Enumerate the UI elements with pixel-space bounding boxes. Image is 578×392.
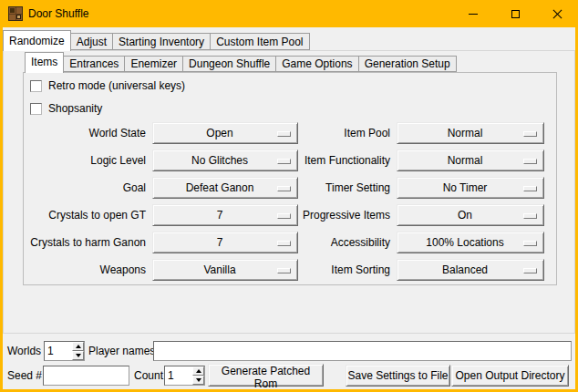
item-functionality-dropdown[interactable]: Normal <box>397 150 544 171</box>
progressive-items-label: Progressive Items <box>269 204 390 226</box>
tab-game-options[interactable]: Game Options <box>275 56 358 72</box>
save-settings-button[interactable]: Save Settings to File <box>346 365 450 387</box>
dropdown-indicator-icon <box>523 186 537 191</box>
close-icon <box>552 9 563 19</box>
item-pool-value: Normal <box>397 123 543 143</box>
checkbox-retro-mode[interactable]: Retro mode (universal keys) <box>30 79 185 92</box>
tab-dungeon-shuffle[interactable]: Dungeon Shuffle <box>182 56 276 72</box>
dropdown-indicator-icon <box>523 131 537 137</box>
titlebar: Door Shuffle <box>0 0 578 27</box>
item-functionality-value: Normal <box>397 150 543 170</box>
worlds-label: Worlds <box>7 341 41 361</box>
dropdown-indicator-icon <box>523 159 537 164</box>
maximize-button[interactable] <box>494 0 536 27</box>
item-pool-dropdown[interactable]: Normal <box>397 122 544 144</box>
arrow-up-icon <box>196 369 201 373</box>
window-title: Door Shuffle <box>28 0 89 27</box>
world-state-label: World State <box>16 122 146 144</box>
spin-down-button[interactable] <box>192 376 204 385</box>
seed-input[interactable] <box>43 366 129 386</box>
crystals-open-gt-label: Crystals to open GT <box>16 204 146 226</box>
timer-setting-dropdown[interactable]: No Timer <box>397 177 544 199</box>
count-spin-buttons <box>192 366 204 385</box>
logic-level-label: Logic Level <box>16 150 146 171</box>
tab-enemizer[interactable]: Enemizer <box>124 56 183 72</box>
goal-label: Goal <box>16 177 146 199</box>
checkbox-retro-mode-label: Retro mode (universal keys) <box>48 79 185 92</box>
progressive-items-value: On <box>397 205 543 225</box>
dropdown-indicator-icon <box>523 268 537 273</box>
tab-items[interactable]: Items <box>25 52 64 73</box>
checkbox-shopsanity[interactable]: Shopsanity <box>30 102 102 115</box>
spin-up-button[interactable] <box>72 342 84 351</box>
timer-setting-label: Timer Setting <box>269 177 390 199</box>
timer-setting-value: No Timer <box>397 178 543 198</box>
arrow-down-icon <box>196 378 201 382</box>
item-functionality-label: Item Functionality <box>269 150 390 171</box>
progressive-items-dropdown[interactable]: On <box>397 204 544 226</box>
spin-down-button[interactable] <box>72 351 84 360</box>
item-sorting-dropdown[interactable]: Balanced <box>397 259 544 281</box>
item-pool-label: Item Pool <box>269 122 390 144</box>
outer-tab-bar: Randomize Adjust Starting Inventory Cust… <box>3 29 309 50</box>
accessibility-label: Accessibility <box>269 232 390 253</box>
arrow-up-icon <box>76 345 81 348</box>
open-output-directory-button[interactable]: Open Output Directory <box>451 365 569 387</box>
door-icon <box>8 6 23 21</box>
checkbox-unchecked-icon <box>30 103 42 115</box>
worlds-spinbox <box>44 341 85 361</box>
tab-starting-inventory[interactable]: Starting Inventory <box>112 33 211 50</box>
door-shuffle-window: Door Shuffle Randomize Adjust Starting I… <box>0 0 578 392</box>
checkbox-unchecked-icon <box>30 80 42 92</box>
worlds-spin-buttons <box>72 342 84 360</box>
seed-label: Seed # <box>7 366 42 386</box>
tab-custom-item-pool[interactable]: Custom Item Pool <box>210 33 309 50</box>
checkbox-shopsanity-label: Shopsanity <box>48 102 102 115</box>
accessibility-dropdown[interactable]: 100% Locations <box>397 232 544 253</box>
worlds-input[interactable] <box>45 342 72 360</box>
item-sorting-value: Balanced <box>397 260 543 280</box>
count-input[interactable] <box>165 366 192 385</box>
generate-patched-rom-button[interactable]: Generate Patched Rom <box>208 364 324 387</box>
close-button[interactable] <box>536 0 578 27</box>
count-label: Count <box>134 366 163 386</box>
tab-entrances[interactable]: Entrances <box>63 56 125 72</box>
count-spinbox <box>164 366 205 386</box>
spin-up-button[interactable] <box>192 366 204 376</box>
minimize-button[interactable] <box>452 0 494 27</box>
tab-adjust[interactable]: Adjust <box>70 33 113 50</box>
maximize-icon <box>511 10 520 18</box>
inner-tab-bar: Items Entrances Enemizer Dungeon Shuffle… <box>25 52 456 72</box>
arrow-down-icon <box>76 354 81 357</box>
minimize-icon <box>469 14 478 15</box>
crystals-harm-ganon-label: Crystals to harm Ganon <box>16 232 146 253</box>
caption-buttons <box>452 0 578 27</box>
tab-randomize[interactable]: Randomize <box>3 30 71 51</box>
dropdown-indicator-icon <box>523 213 537 219</box>
item-sorting-label: Item Sorting <box>269 259 390 281</box>
weapons-label: Weapons <box>16 259 146 281</box>
player-names-label: Player names <box>88 341 155 361</box>
player-names-input[interactable] <box>153 341 572 361</box>
dropdown-indicator-icon <box>523 241 537 246</box>
accessibility-value: 100% Locations <box>397 232 543 253</box>
tab-generation-setup[interactable]: Generation Setup <box>358 56 457 72</box>
